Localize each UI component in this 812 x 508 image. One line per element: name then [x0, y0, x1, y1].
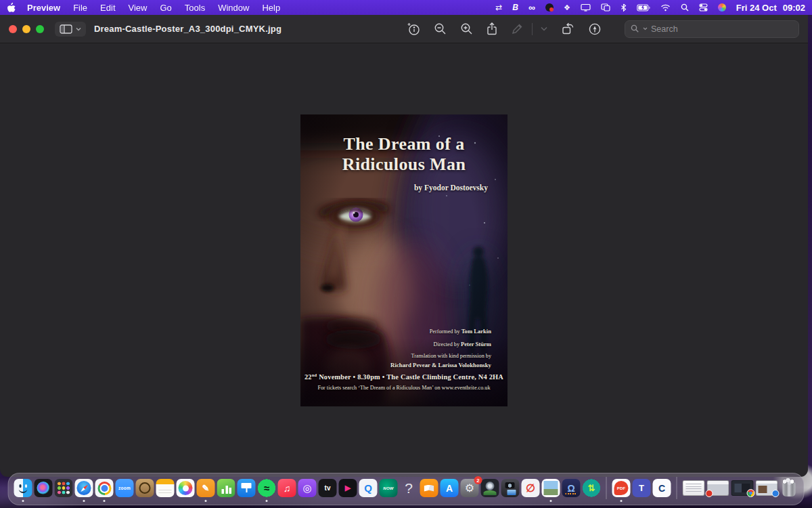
- menu-item-file[interactable]: File: [73, 3, 87, 13]
- clock-date: Fri 24 Oct: [736, 3, 777, 13]
- menu-item-edit[interactable]: Edit: [100, 3, 115, 13]
- spotify-dock-icon[interactable]: ≈: [258, 479, 276, 497]
- red-dot-app-status-icon[interactable]: [545, 2, 554, 13]
- stage-manager-status-icon[interactable]: [601, 2, 610, 13]
- ccc-dock-icon[interactable]: C: [653, 479, 671, 497]
- min-chrome-window-dock-icon[interactable]: [731, 480, 754, 496]
- running-indicator: [104, 500, 106, 502]
- nowtv-icon: NOW: [380, 479, 398, 497]
- appletv-dock-icon[interactable]: tv: [319, 479, 337, 497]
- battery-status-icon[interactable]: [637, 2, 650, 13]
- credit-translation-line: Translation with kind permission by: [390, 353, 491, 359]
- running-indicator: [550, 500, 552, 502]
- menu-item-go[interactable]: Go: [160, 3, 171, 13]
- photos-icon: [177, 479, 195, 497]
- running-indicator: [205, 500, 207, 502]
- contacts-dock-icon[interactable]: [136, 479, 154, 497]
- photo-editor-dock-icon[interactable]: [481, 479, 499, 497]
- minimize-button[interactable]: [22, 25, 30, 33]
- control-center-icon[interactable]: [699, 2, 708, 13]
- photo-viewer-dock-icon[interactable]: [542, 479, 560, 497]
- markup-pen-icon[interactable]: [511, 22, 524, 35]
- launchpad-dock-icon[interactable]: [55, 479, 73, 497]
- pages-dock-icon[interactable]: ✎: [197, 479, 215, 497]
- info-inspector-icon[interactable]: [407, 22, 420, 35]
- running-indicator: [83, 500, 85, 502]
- notes-dock-icon[interactable]: [156, 479, 175, 497]
- missing-app-dock-icon[interactable]: ?: [400, 479, 418, 497]
- keynote-dock-icon[interactable]: [238, 479, 256, 497]
- appstore-dock-icon[interactable]: A: [441, 479, 459, 497]
- rotate-left-icon[interactable]: [561, 22, 574, 35]
- image-capture-dock-icon[interactable]: [501, 479, 520, 497]
- quicktime-dock-icon[interactable]: Q: [359, 479, 378, 497]
- ccc-icon: C: [653, 479, 671, 497]
- menu-item-view[interactable]: View: [129, 3, 148, 13]
- search-input[interactable]: [651, 24, 793, 34]
- spotlight-search-icon[interactable]: [681, 2, 689, 13]
- photos-dock-icon[interactable]: [177, 479, 195, 497]
- min-window-red-dock-icon[interactable]: [707, 480, 729, 496]
- video-player-dock-icon[interactable]: ▶: [339, 479, 357, 497]
- blocker-app-dock-icon[interactable]: ∅: [522, 479, 540, 497]
- menu-item-tools[interactable]: Tools: [185, 3, 205, 13]
- min-window-blue-icon: [756, 480, 778, 496]
- safari-dock-icon[interactable]: [75, 479, 93, 497]
- sync-status-icon[interactable]: ⇄: [495, 2, 502, 13]
- chrome-dock-icon[interactable]: [95, 479, 114, 497]
- trash-dock-icon[interactable]: [780, 479, 798, 497]
- search-icon: [631, 24, 639, 33]
- zoom-dock-icon[interactable]: zoom: [116, 479, 134, 497]
- poster-image: The Dream of a Ridiculous Man by Fyodor …: [300, 114, 508, 406]
- color-profile-status-icon[interactable]: [718, 2, 726, 13]
- pdf-expert-icon: PDF: [612, 479, 631, 497]
- menu-item-preview[interactable]: Preview: [27, 3, 60, 13]
- share-icon[interactable]: [487, 22, 497, 35]
- bluetooth-status-icon[interactable]: [621, 2, 627, 13]
- zoom-in-icon[interactable]: [460, 22, 473, 35]
- menu-item-help[interactable]: Help: [262, 3, 280, 13]
- books-icon: [420, 479, 438, 497]
- min-window-blue-dock-icon[interactable]: [756, 480, 778, 496]
- dock-separator: [677, 477, 677, 499]
- zoom-icon: zoom: [116, 479, 134, 497]
- pdf-expert-dock-icon[interactable]: PDF: [612, 479, 631, 497]
- numbers-dock-icon[interactable]: [217, 479, 235, 497]
- poster-credits: Performed by Tom Larkin Directed by Pete…: [390, 328, 491, 368]
- siri-icon: [35, 479, 53, 497]
- backblaze-status-icon[interactable]: B: [512, 2, 518, 13]
- audacity-dock-icon[interactable]: Ω: [562, 479, 581, 497]
- sidebar-toggle-button[interactable]: [55, 22, 86, 37]
- credit-translators: Richard Pevear & Larissa Volokhonsky: [390, 362, 491, 368]
- siri-dock-icon[interactable]: [35, 479, 53, 497]
- utility-cube-status-icon[interactable]: ❖: [564, 2, 570, 13]
- fullscreen-button[interactable]: [36, 25, 44, 33]
- menu-bar-clock[interactable]: Fri 24 Oct 09:02: [736, 3, 805, 13]
- settings-dock-icon[interactable]: ⚙2: [461, 479, 479, 497]
- menu-item-window[interactable]: Window: [218, 3, 249, 13]
- poster-byline: by Fyodor Dostoevsky: [414, 184, 488, 192]
- apple-menu-icon[interactable]: [7, 3, 16, 13]
- close-button[interactable]: [9, 25, 17, 33]
- notification-badge: 2: [474, 476, 482, 484]
- highlight-markup-icon[interactable]: [588, 22, 602, 36]
- sync-app-dock-icon[interactable]: ⇅: [583, 479, 601, 497]
- display-status-icon[interactable]: [581, 2, 591, 13]
- nowtv-dock-icon[interactable]: NOW: [380, 479, 398, 497]
- podcasts-dock-icon[interactable]: ◎: [298, 479, 317, 497]
- music-dock-icon[interactable]: ♫: [278, 479, 296, 497]
- teams-dock-icon[interactable]: T: [633, 479, 651, 497]
- search-field[interactable]: [625, 20, 799, 38]
- menu-bar: Preview File Edit View Go Tools Window H…: [0, 0, 812, 15]
- credit-performed-by: Performed by Tom Larkin: [390, 328, 491, 335]
- launchpad-icon: [55, 479, 73, 497]
- sidebar-icon: [60, 24, 72, 34]
- pages-icon: ✎: [197, 479, 215, 497]
- books-dock-icon[interactable]: [420, 479, 438, 497]
- zoom-out-icon[interactable]: [434, 22, 447, 35]
- markup-options-chevron-icon[interactable]: [541, 26, 547, 31]
- wifi-status-icon[interactable]: [660, 2, 671, 13]
- creative-cloud-status-icon[interactable]: ∞: [528, 2, 535, 13]
- min-document-dock-icon[interactable]: [683, 480, 705, 496]
- finder-dock-icon[interactable]: [14, 479, 32, 497]
